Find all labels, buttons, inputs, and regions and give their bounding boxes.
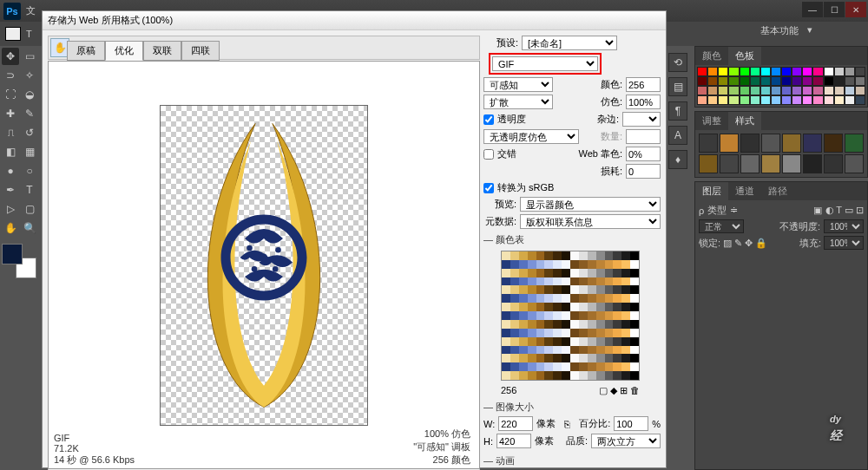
watermark: dy经: [830, 401, 842, 444]
colortable-tools[interactable]: ▢ ◆ ⊞ 🗑: [599, 385, 640, 396]
channels-tab[interactable]: 通道: [728, 182, 761, 200]
trans-dither-select[interactable]: 无透明度仿色: [483, 129, 579, 144]
srgb-checkbox[interactable]: [483, 183, 494, 193]
window-close[interactable]: ✕: [845, 2, 866, 17]
tab-2up[interactable]: 双联: [143, 41, 181, 61]
color-table[interactable]: [501, 251, 640, 381]
preview-stats-left: GIF 71.2K 14 秒 @ 56.6 Kbps: [54, 433, 135, 467]
tool-preset[interactable]: [5, 27, 21, 41]
websnap-input[interactable]: [626, 147, 661, 161]
gradient-tool[interactable]: ▦: [21, 143, 38, 160]
svg-point-1: [247, 245, 253, 251]
blend-mode-select[interactable]: 正常: [699, 219, 744, 233]
swatches-panel: 颜色 色板: [694, 46, 868, 108]
color-picker[interactable]: [2, 244, 36, 278]
color-tab[interactable]: 颜色: [695, 47, 728, 65]
eraser-tool[interactable]: ◧: [2, 143, 19, 160]
wand-tool[interactable]: ✧: [21, 67, 38, 84]
preview-stats-right: 100% 仿色 "可感知" 调板 256 颜色: [413, 428, 470, 467]
layers-tab[interactable]: 图层: [695, 182, 728, 200]
interlaced-checkbox[interactable]: [483, 149, 494, 160]
matte-select[interactable]: [622, 112, 661, 127]
paragraph-panel-icon[interactable]: ¶: [668, 101, 687, 121]
stamp-tool[interactable]: ⎍: [2, 124, 19, 141]
shape-tool[interactable]: ▢: [21, 200, 38, 218]
settings-column: 预设: [未命名] GIF 可感知 颜色: 扩散 仿色: 透明度 杂边:: [483, 36, 661, 470]
colortable-label: — 颜色表: [483, 233, 661, 246]
zoom-tool[interactable]: 🔍: [21, 219, 38, 237]
styles-grid[interactable]: [695, 130, 867, 177]
swatches-grid[interactable]: [695, 65, 867, 107]
dither-method-select[interactable]: 扩散: [483, 95, 553, 109]
heal-tool[interactable]: ✚: [2, 105, 19, 122]
dodge-tool[interactable]: ○: [21, 162, 38, 180]
metadata-select[interactable]: 版权和联系信息: [520, 214, 661, 229]
artwork-medallion: [216, 210, 312, 305]
preview-canvas[interactable]: GIF 71.2K 14 秒 @ 56.6 Kbps 100% 仿色 "可感知"…: [48, 61, 480, 469]
marquee-tool[interactable]: ▭: [21, 48, 38, 65]
blur-tool[interactable]: ●: [2, 162, 19, 180]
crop-tool[interactable]: ⛶: [2, 86, 19, 103]
dialog-title: 存储为 Web 所用格式 (100%): [43, 11, 666, 30]
percent-input[interactable]: [614, 416, 648, 431]
format-select[interactable]: GIF: [492, 56, 598, 71]
svg-point-3: [252, 265, 258, 271]
character-panel-icon[interactable]: A: [668, 126, 687, 145]
move-tool[interactable]: ✥: [2, 48, 19, 65]
layers-panel: 图层 通道 路径 ρ类型≑ ▣ ◐ T ▭ ⊡ 正常 不透明度: 100% 锁定…: [694, 181, 868, 470]
hand-tool[interactable]: ✋: [2, 219, 19, 237]
workspace-switcher[interactable]: 基本功能: [755, 23, 816, 39]
height-input[interactable]: [496, 434, 531, 448]
text-tool-indicator: T: [26, 29, 32, 39]
paths-tab[interactable]: 路径: [761, 182, 794, 200]
swatches-tab[interactable]: 色板: [728, 47, 761, 65]
preview-profile-select[interactable]: 显示器颜色: [520, 197, 661, 212]
dither-input[interactable]: [626, 95, 661, 109]
pen-tool[interactable]: ✒: [2, 181, 19, 199]
eyedropper-tool[interactable]: ◒: [21, 86, 38, 103]
styles-panel: 调整 样式: [694, 111, 868, 178]
text-tool[interactable]: T: [21, 181, 38, 199]
properties-panel-icon[interactable]: ▤: [668, 77, 687, 96]
width-input[interactable]: [498, 416, 533, 431]
styles-tab[interactable]: 样式: [728, 112, 761, 130]
tab-4up[interactable]: 四联: [181, 41, 220, 61]
path-tool[interactable]: ▷: [2, 200, 19, 218]
opacity-select[interactable]: 100%: [824, 219, 864, 233]
svg-point-0: [260, 253, 268, 261]
brush-tool[interactable]: ✎: [21, 105, 38, 122]
window-minimize[interactable]: —: [802, 2, 823, 17]
lasso-tool[interactable]: ⊃: [2, 67, 19, 84]
window-restore[interactable]: ☐: [824, 2, 845, 17]
save-for-web-dialog: 存储为 Web 所用格式 (100%) ✋ ◫ 🔍 ◒ ▤ 原稿 优化 双联 四…: [42, 10, 667, 468]
preset-select[interactable]: [未命名]: [522, 36, 617, 50]
toolbox: ✥ ▭ ⊃ ✧ ⛶ ◒ ✚ ✎ ⎍ ↺ ◧ ▦ ● ○ ✒ T ▷ ▢ ✋ 🔍: [0, 46, 40, 280]
adjust-tab[interactable]: 调整: [695, 112, 728, 130]
fill-select[interactable]: 100%: [824, 236, 864, 250]
history-brush-tool[interactable]: ↺: [21, 124, 38, 141]
lossy-input[interactable]: [626, 164, 661, 179]
tab-original[interactable]: 原稿: [67, 41, 105, 61]
history-panel-icon[interactable]: ⟲: [668, 53, 687, 72]
svg-point-2: [275, 246, 281, 252]
tab-optimized[interactable]: 优化: [105, 41, 143, 61]
info-panel-icon[interactable]: ♦: [668, 150, 687, 169]
colors-input[interactable]: [626, 77, 661, 92]
menu-bar[interactable]: 文: [26, 4, 36, 17]
resample-select[interactable]: 两次立方: [591, 434, 661, 448]
reduction-select[interactable]: 可感知: [483, 77, 553, 92]
svg-point-4: [273, 265, 279, 271]
trans-amount-input: [626, 129, 661, 144]
transparency-checkbox[interactable]: [483, 114, 494, 125]
app-logo: Ps: [3, 3, 21, 20]
